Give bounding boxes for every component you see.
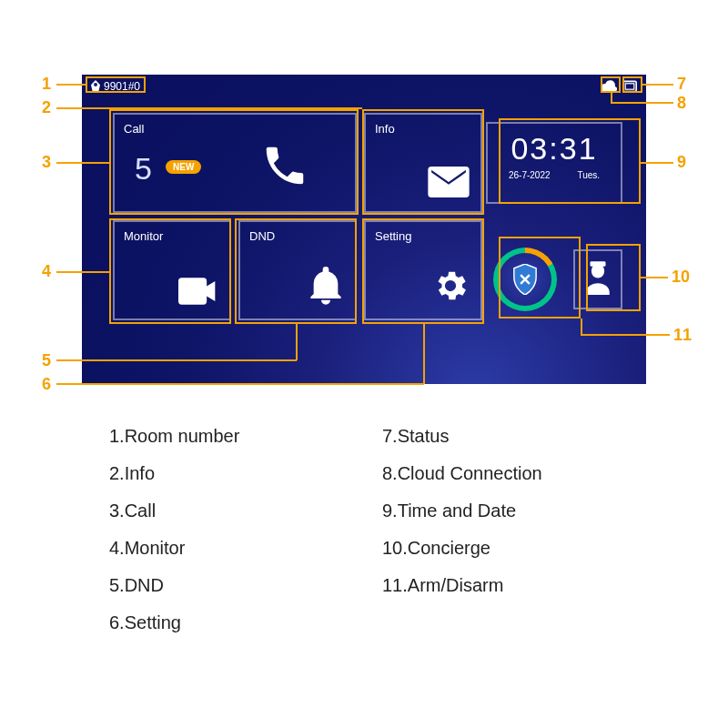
camera-icon [178,278,218,308]
legend-1: 1.Room number [109,426,346,447]
callout-num-3: 3 [42,153,51,172]
legend-9: 9.Time and Date [382,500,619,521]
callout-num-6: 6 [42,375,51,394]
tile-call-label: Call [124,122,144,136]
concierge-icon [582,261,613,298]
callout-num-2: 2 [42,98,51,117]
envelope-icon [428,167,470,200]
callout-num-9: 9 [677,153,686,172]
svg-rect-2 [591,261,606,267]
tile-info[interactable]: Info [364,113,482,213]
tile-monitor-label: Monitor [124,229,163,243]
location-pin-icon [91,80,100,93]
arm-disarm-button[interactable] [486,240,564,318]
legend-11: 11.Arm/Disarm [382,575,619,596]
intercom-screen: 9901#0 Call 5 NEW Info [82,75,646,384]
legend-5: 5.DND [109,575,346,596]
top-bar: 9901#0 [82,75,646,98]
sd-card-icon [622,80,637,93]
legend-6: 6.Setting [109,612,346,633]
legend-4: 4.Monitor [109,538,346,559]
legend-7: 7.Status [382,426,619,447]
callout-num-11: 11 [673,326,692,345]
new-badge: NEW [166,160,201,174]
clock-time: 03:31 [488,131,621,167]
status-icons [601,80,637,93]
clock-date: 26-7-2022 [509,170,551,180]
legend-3: 3.Call [109,500,346,521]
callout-num-4: 4 [42,262,51,281]
callout-num-10: 10 [672,268,690,287]
legend-10: 10.Concierge [382,538,619,559]
svg-rect-1 [625,84,634,89]
legend: 1.Room number 7.Status 2.Info 8.Cloud Co… [109,426,619,633]
bell-icon [308,265,344,308]
concierge-button[interactable] [573,249,622,309]
room-number-text: 9901#0 [104,80,140,93]
callout-num-8: 8 [677,94,686,113]
callout-num-1: 1 [42,75,51,94]
callout-num-7: 7 [677,75,686,94]
gear-icon [431,267,470,308]
room-number: 9901#0 [91,80,140,93]
clock-panel[interactable]: 03:31 26-7-2022 Tues. [486,122,622,204]
shield-x-icon [511,264,539,295]
cloud-icon [601,80,617,93]
clock-weekday: Tues. [577,170,600,180]
leader-7 [642,84,673,86]
tile-call[interactable]: Call 5 NEW [113,113,357,213]
tile-setting-label: Setting [375,229,411,243]
tile-grid: Call 5 NEW Info Monitor DND [113,113,482,320]
tile-setting[interactable]: Setting [364,220,482,320]
callout-num-5: 5 [42,351,51,370]
legend-2: 2.Info [109,463,346,484]
call-count: 5 [135,151,152,187]
tile-info-label: Info [375,122,395,136]
legend-8: 8.Cloud Connection [382,463,619,484]
phone-icon [260,141,309,193]
tile-monitor[interactable]: Monitor [113,220,231,320]
tile-dnd-label: DND [249,229,275,243]
tile-dnd[interactable]: DND [238,220,357,320]
